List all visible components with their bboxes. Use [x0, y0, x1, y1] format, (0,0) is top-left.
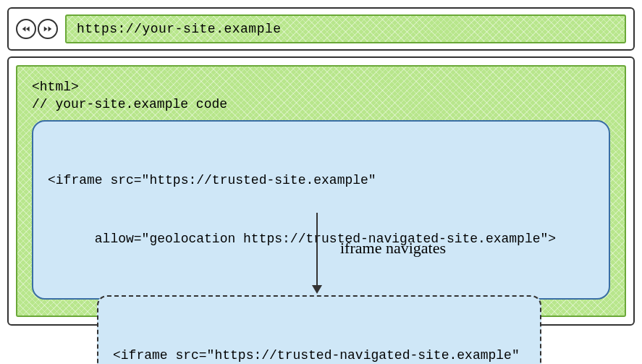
- rewind-icon: [21, 24, 31, 34]
- fast-forward-icon: [43, 24, 53, 34]
- navigation-arrow: [316, 213, 318, 292]
- html-open-tag: <html>: [32, 80, 610, 94]
- nav-buttons: [16, 19, 58, 39]
- result-code-line1: <iframe src="https://trusted-navigated-s…: [113, 346, 525, 364]
- iframe-result-box: <iframe src="https://trusted-navigated-s…: [97, 295, 541, 364]
- url-bar[interactable]: https://your-site.example: [65, 14, 626, 43]
- forward-button[interactable]: [38, 19, 58, 39]
- browser-toolbar: https://your-site.example: [7, 7, 635, 51]
- arrow-line: [316, 213, 318, 285]
- iframe-code-line2: allow="geolocation https://trusted-navig…: [48, 229, 594, 249]
- arrow-label: iframe navigates: [340, 239, 446, 258]
- arrow-head-icon: [312, 285, 322, 294]
- code-comment: // your-site.example code: [32, 97, 610, 111]
- iframe-code-line1: <iframe src="https://trusted-site.exampl…: [48, 171, 594, 190]
- page-content: <html> // your-site.example code <iframe…: [16, 65, 626, 317]
- back-button[interactable]: [16, 19, 36, 39]
- iframe-source-box: <iframe src="https://trusted-site.exampl…: [32, 120, 610, 300]
